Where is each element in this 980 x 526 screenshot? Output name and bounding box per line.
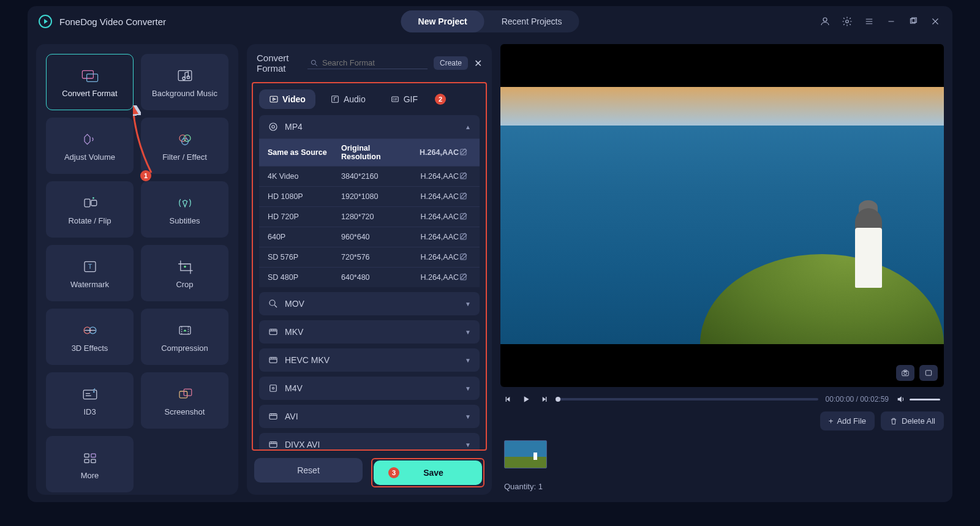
edit-icon[interactable] xyxy=(459,171,469,181)
format-header-m4v[interactable]: M4V▼ xyxy=(259,377,480,400)
settings-icon[interactable] xyxy=(841,15,853,28)
format-header-divx-avi[interactable]: DIVX AVI▼ xyxy=(259,433,480,449)
preset-codec: H.264,AAC xyxy=(404,192,459,201)
tool-compression[interactable]: Compression xyxy=(141,309,228,365)
play-button[interactable] xyxy=(521,394,531,404)
format-label: AVI xyxy=(285,411,298,421)
format-tab-audio[interactable]: Audio xyxy=(320,89,375,109)
prev-button[interactable] xyxy=(504,394,514,404)
svg-point-0 xyxy=(823,18,827,21)
watermark-icon: T xyxy=(79,258,101,276)
volume-slider[interactable] xyxy=(910,399,940,400)
search-input[interactable] xyxy=(322,58,425,67)
next-button[interactable] xyxy=(538,394,548,404)
format-header-mkv[interactable]: MKV▼ xyxy=(259,320,480,344)
tool-screenshot[interactable]: Screenshot xyxy=(141,372,228,429)
svg-rect-68 xyxy=(270,385,277,392)
tool-crop[interactable]: Crop xyxy=(141,245,228,301)
format-group-hevc-mkv: HEVC MKV▼ xyxy=(259,348,480,372)
filter-icon xyxy=(174,130,196,149)
format-header-hevc-mkv[interactable]: HEVC MKV▼ xyxy=(259,348,480,372)
maximize-icon[interactable] xyxy=(907,15,919,28)
tool-background-music[interactable]: Background Music xyxy=(141,54,228,110)
chevron-down-icon: ▼ xyxy=(465,441,471,448)
svg-rect-36 xyxy=(91,454,95,457)
preset-row[interactable]: HD 1080P1920*1080H.264,AAC xyxy=(259,186,480,206)
edit-icon[interactable] xyxy=(459,192,469,201)
svg-point-1 xyxy=(846,20,849,23)
preset-name: SD 576P xyxy=(268,253,341,261)
preset-codec: H.264,AAC xyxy=(404,253,459,261)
chevron-down-icon: ▼ xyxy=(465,357,471,364)
preset-row[interactable]: 640P960*640H.264,AAC xyxy=(259,227,480,247)
snapshot-button[interactable] xyxy=(896,365,914,381)
tool-label: Convert Format xyxy=(62,89,117,98)
format-tab-video[interactable]: Video xyxy=(259,89,315,109)
edit-icon[interactable] xyxy=(459,232,469,242)
tool-adjust-volume[interactable]: Adjust Volume xyxy=(46,118,134,174)
format-group-mp4: MP4 ▲ Same as SourceOriginal ResolutionH… xyxy=(259,115,480,287)
preset-row[interactable]: HD 720P1280*720H.264,AAC xyxy=(259,206,480,227)
svg-marker-99 xyxy=(898,396,902,402)
file-thumbnails xyxy=(500,438,944,471)
tool-3d-effects[interactable]: 3D Effects xyxy=(46,309,134,365)
tool-label: ID3 xyxy=(83,407,96,416)
format-header-mov[interactable]: MOV▼ xyxy=(259,292,480,315)
search-icon xyxy=(310,59,318,67)
format-icon xyxy=(268,411,279,422)
edit-icon[interactable] xyxy=(459,252,469,262)
video-preview[interactable] xyxy=(500,44,944,387)
close-icon[interactable] xyxy=(929,15,941,28)
delete-all-button[interactable]: Delete All xyxy=(881,411,944,430)
format-label: MOV xyxy=(285,299,304,309)
titlebar: FoneDog Video Converter New Project Rece… xyxy=(28,6,952,37)
video-icon xyxy=(269,94,279,104)
tool-subtitles[interactable]: Subtitles xyxy=(141,181,228,238)
tab-new-project[interactable]: New Project xyxy=(401,10,484,32)
tool-label: Rotate / Flip xyxy=(68,216,111,225)
save-button[interactable]: 3 Save xyxy=(374,460,482,485)
format-list[interactable]: MP4 ▲ Same as SourceOriginal ResolutionH… xyxy=(253,115,486,449)
preset-row[interactable]: 4K Video3840*2160H.264,AAC xyxy=(259,166,480,186)
preset-row[interactable]: Same as SourceOriginal ResolutionH.264,A… xyxy=(259,138,480,166)
preset-row[interactable]: SD 480P640*480H.264,AAC xyxy=(259,267,480,287)
preset-codec: H.264,AAC xyxy=(404,212,459,221)
tool-more[interactable]: More xyxy=(46,436,134,492)
edit-icon[interactable] xyxy=(459,148,469,157)
audio-icon xyxy=(330,94,340,104)
tab-recent-projects[interactable]: Recent Projects xyxy=(484,10,579,32)
id3-icon xyxy=(79,385,101,404)
tool-watermark[interactable]: T Watermark xyxy=(46,245,134,301)
tool-convert-format[interactable]: Convert Format xyxy=(46,54,134,110)
panel-close-icon[interactable]: ✕ xyxy=(474,58,482,69)
add-file-button[interactable]: +Add File xyxy=(820,411,875,430)
seek-bar[interactable] xyxy=(556,398,818,400)
tool-filter-effect[interactable]: Filter / Effect xyxy=(141,118,228,174)
volume-button[interactable] xyxy=(896,394,906,404)
tool-label: Compression xyxy=(161,344,208,353)
search-format[interactable] xyxy=(307,57,428,69)
plus-icon: + xyxy=(829,416,834,426)
svg-rect-11 xyxy=(86,74,97,82)
preset-codec: H.264,AAC xyxy=(404,233,459,241)
preset-name: HD 720P xyxy=(268,212,341,221)
format-header-avi[interactable]: AVI▼ xyxy=(259,405,480,428)
create-button[interactable]: Create xyxy=(434,56,468,70)
fullscreen-button[interactable] xyxy=(919,365,938,381)
minimize-icon[interactable] xyxy=(885,15,897,28)
svg-rect-92 xyxy=(904,370,907,371)
tool-id3[interactable]: ID3 xyxy=(46,372,134,429)
preset-row[interactable]: SD 576P720*576H.264,AAC xyxy=(259,247,480,267)
svg-rect-33 xyxy=(179,391,187,398)
account-icon[interactable] xyxy=(819,15,831,28)
edit-icon[interactable] xyxy=(459,272,469,282)
reset-button[interactable]: Reset xyxy=(254,458,363,483)
format-tab-gif[interactable]: GIF GIF xyxy=(380,89,428,109)
music-icon xyxy=(174,67,196,85)
format-header-mp4[interactable]: MP4 ▲ xyxy=(259,115,480,138)
file-thumbnail[interactable] xyxy=(504,440,547,468)
player-controls: 00:00:00 / 00:02:59 xyxy=(500,394,944,404)
edit-icon[interactable] xyxy=(459,212,469,222)
tool-rotate-flip[interactable]: Rotate / Flip xyxy=(46,181,134,238)
menu-icon[interactable] xyxy=(863,15,875,28)
